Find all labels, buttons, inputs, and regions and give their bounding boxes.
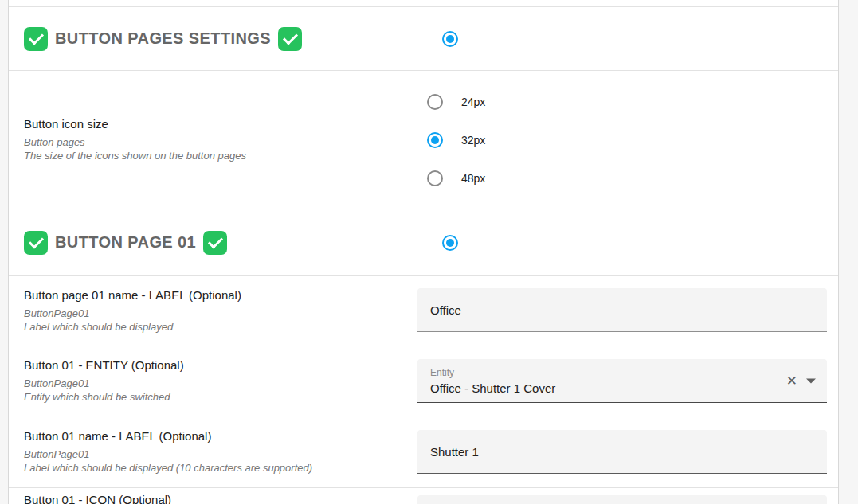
section-enabled-radio[interactable] (442, 235, 458, 251)
setting-desc-line2: Label which should be displayed (24, 320, 417, 334)
section-title: BUTTON PAGE 01 (55, 233, 196, 252)
radio-option-label: 48px (461, 172, 485, 185)
section-header-content: BUTTON PAGES SETTINGS (24, 27, 433, 51)
entity-select[interactable]: Entity Office - Shutter 1 Cover ✕ (417, 359, 827, 403)
check-icon (24, 27, 48, 51)
setting-row-button-icon-size: Button icon size Button pages The size o… (9, 71, 838, 209)
section-header-button-pages-settings: BUTTON PAGES SETTINGS (9, 7, 838, 71)
check-icon (24, 231, 48, 255)
setting-label: Button 01 name - LABEL (Optional) (24, 429, 417, 443)
setting-desc-line2: The size of the icons shown on the butto… (24, 149, 417, 162)
setting-label: Button icon size (24, 117, 417, 131)
entity-select-label: Entity (430, 367, 771, 378)
radio-icon-selected[interactable] (427, 132, 443, 148)
radio-icon[interactable] (427, 170, 443, 186)
check-icon (203, 231, 227, 255)
page-name-input[interactable] (417, 288, 827, 332)
check-icon (278, 27, 302, 51)
clear-icon[interactable]: ✕ (786, 374, 797, 388)
setting-desc-line2: Label which should be displayed (10 char… (24, 461, 417, 475)
chevron-down-icon[interactable] (806, 378, 816, 383)
setting-desc-line1: ButtonPage01 (24, 377, 417, 390)
icon-input[interactable] (417, 495, 827, 504)
entity-select-value: Office - Shutter 1 Cover (430, 381, 771, 395)
setting-control (417, 276, 838, 346)
setting-description: Button 01 name - LABEL (Optional) Button… (9, 416, 417, 487)
setting-desc-line1: ButtonPage01 (24, 307, 417, 320)
setting-row-icon: Button 01 - ICON (Optional) (9, 488, 838, 504)
section-enabled-radio[interactable] (442, 31, 458, 47)
setting-control (417, 416, 838, 487)
setting-desc-line2: Entity which should be switched (24, 390, 417, 404)
icon-size-radio-group: 24px 32px 48px (417, 71, 827, 209)
setting-description: Button 01 - ENTITY (Optional) ButtonPage… (9, 346, 417, 416)
radio-option-24px[interactable]: 24px (427, 83, 827, 121)
setting-control: Entity Office - Shutter 1 Cover ✕ (417, 346, 838, 416)
setting-description: Button 01 - ICON (Optional) (9, 488, 417, 504)
section-title: BUTTON PAGES SETTINGS (55, 29, 271, 48)
setting-row-button-name: Button 01 name - LABEL (Optional) Button… (9, 416, 838, 488)
setting-description: Button icon size Button pages The size o… (9, 71, 417, 209)
setting-desc-line1: ButtonPage01 (24, 447, 417, 461)
section-header-button-page-01: BUTTON PAGE 01 (9, 209, 838, 276)
setting-label: Button 01 - ENTITY (Optional) (24, 358, 417, 372)
setting-label: Button page 01 name - LABEL (Optional) (24, 288, 417, 302)
settings-card: BUTTON PAGES SETTINGS Button icon size B… (8, 0, 839, 504)
section-header-content: BUTTON PAGE 01 (24, 231, 433, 255)
radio-icon[interactable] (427, 94, 443, 110)
setting-row-page-name: Button page 01 name - LABEL (Optional) B… (9, 276, 838, 346)
setting-row-entity: Button 01 - ENTITY (Optional) ButtonPage… (9, 346, 838, 416)
radio-option-label: 32px (461, 134, 485, 147)
previous-row-remnant (9, 0, 838, 7)
radio-option-32px[interactable]: 32px (427, 121, 827, 159)
radio-option-label: 24px (461, 96, 485, 108)
setting-label: Button 01 - ICON (Optional) (24, 493, 417, 504)
setting-control: 24px 32px 48px (417, 71, 838, 209)
setting-control (417, 488, 838, 504)
button-name-input[interactable] (417, 430, 827, 474)
setting-desc-line1: Button pages (24, 135, 417, 149)
setting-description: Button page 01 name - LABEL (Optional) B… (9, 276, 417, 346)
radio-option-48px[interactable]: 48px (427, 159, 827, 197)
